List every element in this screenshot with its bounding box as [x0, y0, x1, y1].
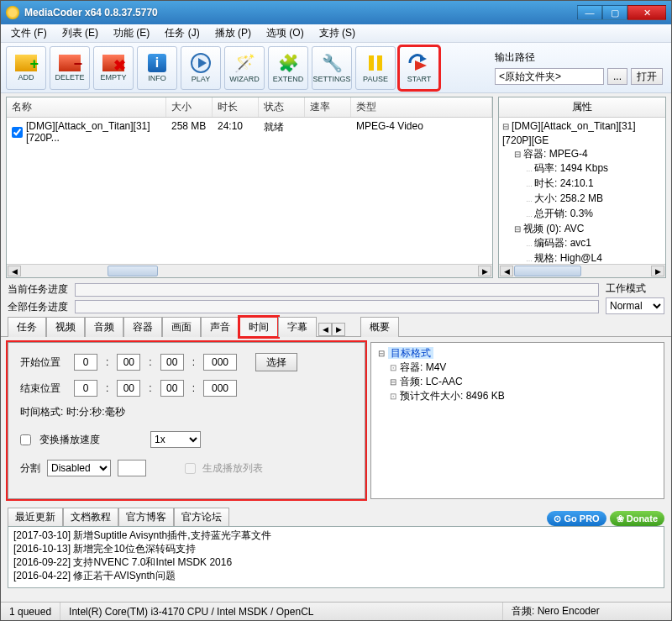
- playlist-label: 生成播放列表: [202, 461, 263, 476]
- prop-hscroll[interactable]: ◀ ▶: [499, 264, 665, 277]
- workmode-select[interactable]: Normal: [606, 297, 664, 314]
- tab-scroll-left[interactable]: ◀: [318, 323, 332, 336]
- info-button[interactable]: iINFO: [137, 46, 177, 90]
- progress-all-bar: [75, 300, 599, 313]
- settings-button[interactable]: 🔧SETTINGS: [312, 46, 352, 90]
- end-min[interactable]: [117, 380, 140, 397]
- select-time-button[interactable]: 选择: [255, 353, 297, 371]
- menu-options[interactable]: 选项 (O): [260, 24, 311, 42]
- col-rate[interactable]: 速率: [305, 97, 351, 117]
- empty-button[interactable]: ✖EMPTY: [93, 46, 134, 90]
- end-label: 结束位置: [20, 382, 67, 396]
- status-bar: 1 queued Intel(R) Core(TM) i3-4170 CPU /…: [1, 602, 671, 620]
- menu-help[interactable]: 支持 (S): [312, 24, 362, 42]
- menu-task[interactable]: 任务 (J): [158, 24, 206, 42]
- prop-container[interactable]: 容器: MPEG-4: [514, 147, 662, 161]
- extend-button[interactable]: 🧩EXTEND: [268, 46, 308, 90]
- prop-hscroll-left[interactable]: ◀: [500, 266, 513, 276]
- tab-summary[interactable]: 概要: [360, 317, 399, 337]
- news-item[interactable]: [2016-09-22] 支持NVENC 7.0和Intel MSDK 2016: [13, 555, 659, 569]
- end-sec[interactable]: [160, 380, 184, 397]
- tab-sound[interactable]: 声音: [201, 317, 239, 337]
- end-ms[interactable]: [203, 380, 237, 397]
- col-stat[interactable]: 状态: [259, 97, 305, 117]
- close-button[interactable]: ✕: [627, 5, 666, 20]
- file-row-checkbox[interactable]: [12, 127, 23, 138]
- btab-recent[interactable]: 最近更新: [8, 508, 63, 526]
- prop-hscroll-thumb[interactable]: [514, 266, 581, 276]
- news-item[interactable]: [2016-04-22] 修正若干AVISynth问题: [13, 569, 659, 582]
- end-hour[interactable]: [74, 380, 97, 397]
- hscroll-left[interactable]: ◀: [8, 266, 21, 276]
- tab-container[interactable]: 容器: [123, 317, 162, 337]
- output-path-input[interactable]: [495, 68, 604, 85]
- tab-time[interactable]: 时间: [239, 317, 278, 337]
- svg-rect-3: [377, 55, 382, 71]
- tab-scroll-right[interactable]: ▶: [332, 323, 345, 336]
- target-audio[interactable]: 音频: LC-AAC: [390, 375, 659, 389]
- tab-task[interactable]: 任务: [8, 317, 46, 337]
- btab-blog[interactable]: 官方博客: [118, 508, 174, 526]
- wizard-button[interactable]: 🪄WIZARD: [224, 46, 265, 90]
- col-dur[interactable]: 时长: [213, 97, 259, 117]
- pause-button[interactable]: PAUSE: [355, 46, 396, 90]
- target-format-tree[interactable]: 目标格式 容器: M4V 音频: LC-AAC 预计文件大小: 8496 KB: [370, 342, 664, 499]
- donate-button[interactable]: ❀ Donate: [610, 511, 664, 526]
- menu-func[interactable]: 功能 (E): [107, 24, 156, 42]
- start-button[interactable]: START: [399, 46, 439, 90]
- split-mode-select[interactable]: Disabled: [47, 460, 111, 476]
- file-row[interactable]: [DMG][Attack_on_Titan][31][720P... 258 M…: [7, 118, 492, 146]
- file-type: MPEG-4 Video: [351, 118, 492, 146]
- delete-button[interactable]: −DELETE: [50, 46, 90, 90]
- empty-icon: ✖: [102, 55, 124, 71]
- target-container[interactable]: 容器: M4V: [390, 360, 659, 375]
- start-min[interactable]: [117, 354, 140, 371]
- status-queue: 1 queued: [1, 603, 60, 620]
- speed-select[interactable]: 1x: [150, 431, 201, 448]
- col-type[interactable]: 类型: [351, 97, 492, 117]
- news-list[interactable]: [2017-03-10] 新增Suptitle Avisynth插件,支持蓝光字…: [8, 526, 664, 588]
- add-button[interactable]: +ADD: [6, 46, 46, 90]
- prop-root[interactable]: [DMG][Attack_on_Titan][31][720P][GE: [502, 119, 662, 147]
- hscroll-thumb[interactable]: [108, 266, 158, 276]
- target-root[interactable]: 目标格式: [388, 347, 433, 359]
- split-value-input[interactable]: [118, 460, 146, 476]
- go-pro-button[interactable]: ⊙ Go PRO: [547, 511, 606, 526]
- menu-list[interactable]: 列表 (E): [55, 24, 105, 42]
- menu-file[interactable]: 文件 (F): [4, 24, 54, 42]
- tab-subtitle[interactable]: 字幕: [278, 317, 317, 337]
- prop-c-dur: 时长: 24:10.1: [526, 176, 662, 192]
- change-speed-checkbox[interactable]: [20, 434, 31, 445]
- maximize-button[interactable]: ▢: [602, 5, 627, 20]
- tab-video[interactable]: 视频: [46, 317, 85, 337]
- output-browse-button[interactable]: ...: [607, 68, 627, 85]
- settings-tabs: 任务 视频 音频 容器 画面 声音 时间 字幕 ◀▶ 概要: [1, 316, 671, 336]
- progress-all-label: 全部任务进度: [8, 300, 68, 314]
- news-item[interactable]: [2017-03-10] 新增Suptitle Avisynth插件,支持蓝光字…: [13, 529, 659, 542]
- output-open-button[interactable]: 打开: [631, 68, 663, 85]
- start-sec[interactable]: [160, 354, 184, 371]
- tab-picture[interactable]: 画面: [162, 317, 201, 337]
- status-hw: Intel(R) Core(TM) i3-4170 CPU / Intel MS…: [60, 603, 503, 620]
- start-ms[interactable]: [203, 354, 237, 371]
- hscroll-right[interactable]: ▶: [478, 266, 491, 276]
- progress-current-label: 当前任务进度: [8, 282, 68, 297]
- btab-forum[interactable]: 官方论坛: [174, 508, 229, 526]
- menu-play[interactable]: 播放 (P): [208, 24, 258, 42]
- delete-icon: −: [59, 55, 81, 71]
- news-item[interactable]: [2016-10-13] 新增完全10位色深转码支持: [13, 542, 659, 555]
- prop-hscroll-right[interactable]: ▶: [651, 266, 664, 276]
- menubar: 文件 (F) 列表 (E) 功能 (E) 任务 (J) 播放 (P) 选项 (O…: [1, 24, 671, 43]
- start-hour[interactable]: [74, 354, 97, 371]
- file-list-hscroll[interactable]: ◀ ▶: [7, 264, 492, 277]
- col-name[interactable]: 名称: [7, 97, 166, 117]
- file-list[interactable]: 名称 大小 时长 状态 速率 类型 [DMG][Attack_on_Titan]…: [6, 97, 493, 278]
- minimize-button[interactable]: —: [577, 5, 602, 20]
- play-button[interactable]: PLAY: [181, 46, 221, 90]
- col-size[interactable]: 大小: [166, 97, 213, 117]
- prop-video[interactable]: 视频 (0): AVC: [514, 222, 662, 236]
- properties-tree[interactable]: [DMG][Attack_on_Titan][31][720P][GE 容器: …: [499, 118, 665, 264]
- btab-doc[interactable]: 文档教程: [63, 508, 118, 526]
- file-dur: 24:10: [213, 118, 259, 146]
- tab-audio[interactable]: 音频: [85, 317, 123, 337]
